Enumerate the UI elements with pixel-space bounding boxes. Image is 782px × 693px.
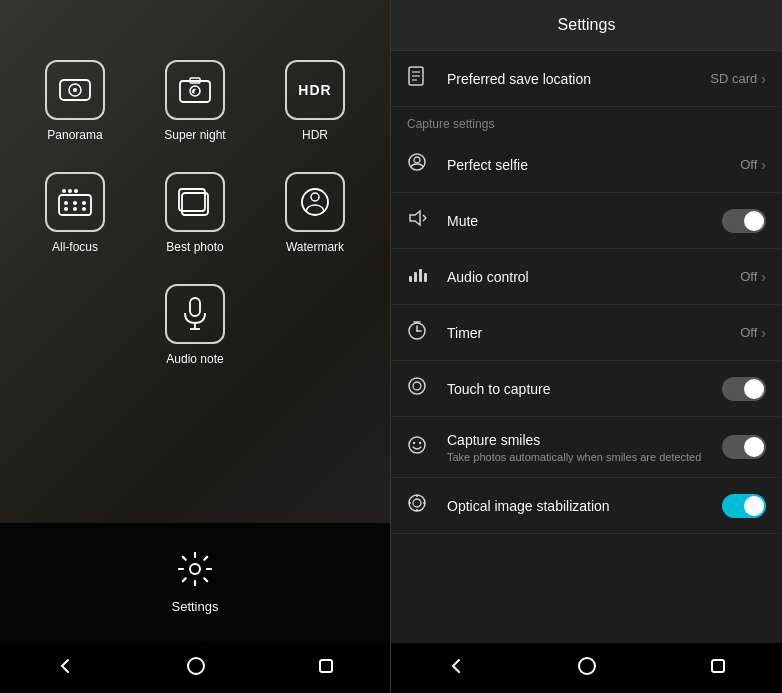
settings-list: Preferred save location SD card › Captur… xyxy=(391,51,782,643)
audio-control-chevron: › xyxy=(761,269,766,285)
touch-capture-toggle[interactable] xyxy=(722,377,766,401)
best-photo-icon xyxy=(165,172,225,232)
audio-note-icon xyxy=(165,284,225,344)
svg-rect-3 xyxy=(180,81,210,102)
settings-gear-icon xyxy=(178,552,212,593)
svg-point-44 xyxy=(413,382,421,390)
svg-rect-37 xyxy=(419,269,422,282)
mute-icon xyxy=(407,208,435,233)
timer-chevron: › xyxy=(761,325,766,341)
svg-point-31 xyxy=(414,157,420,163)
timer-icon xyxy=(407,320,435,345)
setting-touch-capture[interactable]: Touch to capture xyxy=(391,361,782,417)
audio-control-label: Audio control xyxy=(447,269,529,285)
save-location-value: SD card xyxy=(710,71,757,86)
setting-timer[interactable]: Timer Off › xyxy=(391,305,782,361)
svg-point-43 xyxy=(409,378,425,394)
svg-marker-32 xyxy=(410,211,420,225)
svg-rect-25 xyxy=(320,660,332,672)
optical-stabilization-content: Optical image stabilization xyxy=(447,497,722,515)
setting-perfect-selfie[interactable]: Perfect selfie Off › xyxy=(391,137,782,193)
svg-rect-38 xyxy=(424,273,427,282)
setting-save-location[interactable]: Preferred save location SD card › xyxy=(391,51,782,107)
watermark-label: Watermark xyxy=(286,240,344,254)
all-focus-label: All-focus xyxy=(52,240,98,254)
camera-modes: Panorama Super night HDR HDR xyxy=(0,0,390,523)
audio-control-value: Off xyxy=(740,269,757,284)
svg-point-45 xyxy=(409,437,425,453)
svg-line-34 xyxy=(423,218,426,221)
mode-watermark[interactable]: Watermark xyxy=(270,172,360,254)
svg-point-14 xyxy=(73,207,77,211)
best-photo-label: Best photo xyxy=(166,240,223,254)
svg-point-49 xyxy=(413,499,421,507)
svg-point-12 xyxy=(82,201,86,205)
svg-point-2 xyxy=(73,88,77,92)
capture-smiles-content: Capture smiles Take photos automatically… xyxy=(447,431,722,463)
super-night-label: Super night xyxy=(164,128,225,142)
home-button-right[interactable] xyxy=(557,648,617,689)
capture-smiles-sublabel: Take photos automatically when smiles ar… xyxy=(447,451,722,463)
setting-audio-control[interactable]: Audio control Off › xyxy=(391,249,782,305)
watermark-icon xyxy=(285,172,345,232)
settings-bottom-bar[interactable]: Settings xyxy=(0,523,390,643)
perfect-selfie-label: Perfect selfie xyxy=(447,157,528,173)
svg-point-13 xyxy=(64,207,68,211)
timer-label: Timer xyxy=(447,325,482,341)
mute-toggle[interactable] xyxy=(722,209,766,233)
setting-capture-smiles[interactable]: Capture smiles Take photos automatically… xyxy=(391,417,782,478)
svg-point-48 xyxy=(409,495,425,511)
perfect-selfie-value: Off xyxy=(740,157,757,172)
mode-hdr[interactable]: HDR HDR xyxy=(270,60,360,142)
svg-point-54 xyxy=(579,658,595,674)
hdr-icon: HDR xyxy=(285,60,345,120)
mode-audio-note[interactable]: Audio note xyxy=(150,284,240,366)
touch-capture-icon xyxy=(407,376,435,401)
recent-button-right[interactable] xyxy=(690,650,746,687)
recent-button-left[interactable] xyxy=(298,650,354,687)
audio-control-content: Audio control xyxy=(447,268,740,286)
settings-header: Settings xyxy=(391,0,782,51)
back-button-right[interactable] xyxy=(427,649,485,688)
setting-optical-stabilization[interactable]: Optical image stabilization xyxy=(391,478,782,534)
back-button-left[interactable] xyxy=(36,649,94,688)
hdr-label: HDR xyxy=(302,128,328,142)
perfect-selfie-icon xyxy=(407,152,435,177)
svg-point-23 xyxy=(190,564,200,574)
right-panel: Settings Preferred save location SD card… xyxy=(390,0,782,693)
optical-stabilization-toggle[interactable] xyxy=(722,494,766,518)
touch-capture-content: Touch to capture xyxy=(447,380,722,398)
setting-mute[interactable]: Mute xyxy=(391,193,782,249)
mode-panorama[interactable]: Panorama xyxy=(30,60,120,142)
home-button-left[interactable] xyxy=(166,648,226,689)
capture-smiles-label: Capture smiles xyxy=(447,432,540,448)
audio-control-icon xyxy=(407,264,435,289)
svg-rect-36 xyxy=(414,272,417,282)
modes-row-2: All-focus Best photo xyxy=(30,172,360,254)
svg-point-11 xyxy=(73,201,77,205)
svg-rect-20 xyxy=(190,298,200,316)
timer-value: Off xyxy=(740,325,757,340)
svg-point-5 xyxy=(190,86,200,96)
nav-bar-right xyxy=(391,643,782,693)
optical-stabilization-icon xyxy=(407,493,435,518)
svg-point-15 xyxy=(82,207,86,211)
perfect-selfie-content: Perfect selfie xyxy=(447,156,740,174)
all-focus-icon xyxy=(45,172,105,232)
mode-best-photo[interactable]: Best photo xyxy=(150,172,240,254)
save-location-content: Preferred save location xyxy=(447,70,710,88)
svg-point-46 xyxy=(413,441,415,443)
save-location-chevron: › xyxy=(761,71,766,87)
svg-point-8 xyxy=(68,189,72,193)
save-location-label: Preferred save location xyxy=(447,71,591,87)
svg-rect-55 xyxy=(712,660,724,672)
mode-all-focus[interactable]: All-focus xyxy=(30,172,120,254)
svg-rect-35 xyxy=(409,276,412,282)
capture-smiles-toggle[interactable] xyxy=(722,435,766,459)
audio-note-row: Audio note xyxy=(150,284,240,366)
mode-super-night[interactable]: Super night xyxy=(150,60,240,142)
settings-bottom-label: Settings xyxy=(172,599,219,614)
modes-row-1: Panorama Super night HDR HDR xyxy=(30,60,360,142)
audio-note-label: Audio note xyxy=(166,352,223,366)
mute-content: Mute xyxy=(447,212,722,230)
